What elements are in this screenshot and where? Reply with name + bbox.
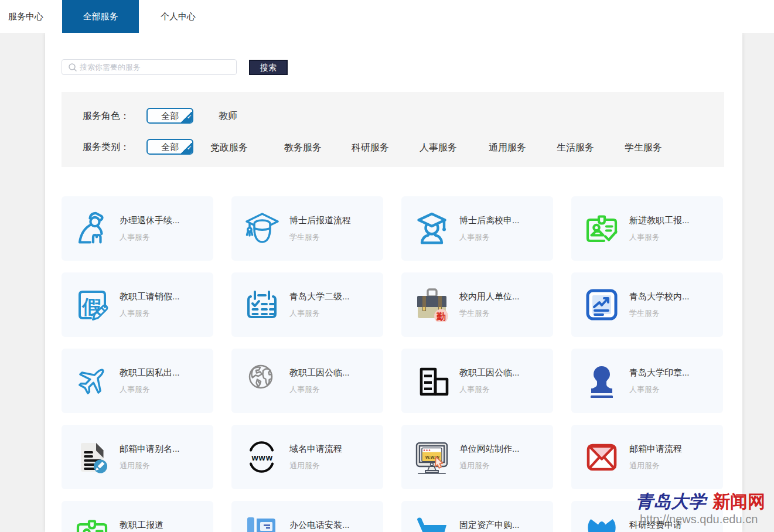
svg-text:勤: 勤 (436, 312, 446, 322)
svg-text:www: www (251, 453, 273, 462)
svg-text:假: 假 (81, 296, 101, 318)
